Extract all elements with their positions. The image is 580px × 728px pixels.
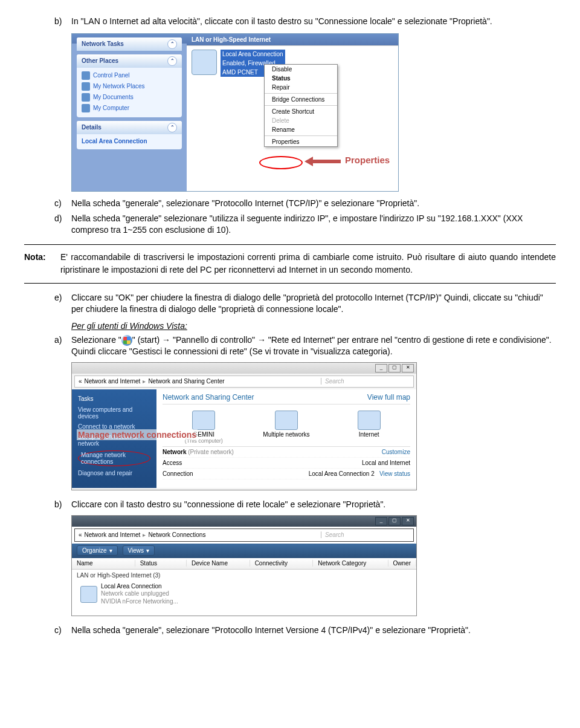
breadcrumb-item[interactable]: Network Connections — [148, 531, 205, 538]
views-button[interactable]: Views ▾ — [123, 545, 155, 556]
panel-title: Details — [82, 124, 102, 131]
context-menu: Disable Status Repair Bridge Connections… — [264, 64, 338, 147]
list-text: Selezionare "" (start) → "Pannello di co… — [71, 334, 556, 357]
close-button[interactable]: ✕ — [402, 517, 414, 525]
menu-disable[interactable]: Disable — [265, 65, 337, 74]
computer-icon — [192, 411, 215, 430]
globe-icon — [358, 411, 381, 430]
screenshot-vista-sharing: _ ▢ ✕ « Network and Internet ▸ Network a… — [71, 362, 417, 490]
row-value: Local Area Connection 2 — [309, 470, 375, 477]
menu-status[interactable]: Status — [265, 74, 337, 83]
menu-separator — [265, 105, 337, 106]
list-text: In "LAN o Internet ad alta velocità", cl… — [71, 16, 556, 27]
menu-properties[interactable]: Properties — [265, 137, 337, 146]
category-header: LAN or High-Speed Internet (3) — [72, 570, 416, 581]
close-button[interactable]: ✕ — [402, 364, 414, 372]
highlight-circle: Manage network connections — [78, 450, 150, 466]
item-title: Local Area Connection — [101, 583, 178, 591]
breadcrumb-item[interactable]: Network and Internet — [85, 378, 141, 385]
chevron-icon[interactable]: ⌃ — [167, 56, 177, 66]
menu-delete: Delete — [265, 116, 337, 125]
menu-rename[interactable]: Rename — [265, 125, 337, 134]
text-post: " (start) → "Pannello di controllo" → "R… — [71, 335, 552, 356]
list-item-d: d) Nella scheda "generale" selezionare "… — [54, 213, 556, 236]
computer-icon — [82, 104, 90, 112]
panel-title: Other Places — [82, 57, 118, 64]
task-manage-connections[interactable]: Manage network connections — [72, 449, 156, 468]
row-value: Local and Internet — [362, 460, 410, 466]
chevron-icon[interactable]: ⌃ — [167, 39, 177, 49]
menu-bridge[interactable]: Bridge Connections — [265, 95, 337, 104]
sidebar-item-control-panel[interactable]: Control Panel — [82, 70, 177, 81]
row-label: Connection — [163, 470, 193, 477]
col-device[interactable]: Device Name — [187, 560, 250, 567]
task-view-devices[interactable]: View computers and devices — [72, 405, 156, 421]
highlight-circle — [259, 156, 303, 169]
list-letter: e) — [54, 292, 71, 315]
panel-other-places: Other Places ⌃ Control Panel My Network … — [77, 54, 182, 117]
node-label: Internet — [345, 431, 393, 438]
minimize-button[interactable]: _ — [375, 517, 387, 525]
list-item-c2: c) Nella scheda "generale", selezionare … — [54, 625, 556, 636]
sidebar-item-my-documents[interactable]: My Documents — [82, 92, 177, 103]
col-owner[interactable]: Owner — [388, 560, 416, 567]
connection-icon — [80, 586, 97, 603]
chevron-right-icon: ▸ — [143, 378, 146, 385]
search-input[interactable]: Search — [321, 531, 413, 538]
connection-item[interactable]: Local Area Connection Network cable unpl… — [72, 581, 416, 608]
search-input[interactable]: Search — [321, 378, 413, 385]
list-item-vista-a: a) Selezionare "" (start) → "Pannello di… — [54, 334, 556, 357]
col-name[interactable]: Name — [72, 560, 135, 567]
task-diagnose[interactable]: Diagnose and repair — [72, 468, 156, 478]
maximize-button[interactable]: ▢ — [388, 364, 401, 372]
maximize-button[interactable]: ▢ — [388, 517, 401, 525]
list-letter: b) — [54, 499, 71, 510]
view-status-link[interactable]: View status — [379, 470, 410, 477]
breadcrumb-item[interactable]: Network and Sharing Center — [148, 378, 224, 385]
customize-link[interactable]: Customize — [382, 449, 410, 455]
minimize-button[interactable]: _ — [375, 364, 387, 372]
toolbar: Organize ▾ Views ▾ — [72, 544, 416, 558]
list-letter: c) — [54, 625, 71, 636]
chevron-icon[interactable]: ⌃ — [167, 123, 177, 132]
breadcrumb-item[interactable]: Network and Internet — [85, 531, 141, 538]
net-node-internet: Internet — [345, 411, 393, 444]
documents-icon — [82, 93, 90, 102]
list-text: Cliccare su "OK" per chiudere la finestr… — [71, 292, 556, 315]
sidebar-item-my-computer[interactable]: My Computer — [82, 103, 177, 114]
window-titlebar: _ ▢ ✕ — [72, 363, 416, 374]
view-full-map-link[interactable]: View full map — [367, 393, 410, 401]
row-label: Access — [163, 460, 182, 466]
text-pre: Selezionare " — [71, 335, 121, 345]
col-connectivity[interactable]: Connectivity — [250, 560, 314, 567]
list-letter: c) — [54, 198, 71, 209]
screenshot-xp-network: Network Tasks ⌃ Other Places ⌃ Control P… — [71, 33, 399, 192]
organize-button[interactable]: Organize ▾ — [77, 545, 118, 556]
menu-repair[interactable]: Repair — [265, 83, 337, 92]
chevron-right-icon: ▸ — [143, 531, 146, 538]
screenshot-vista-connections: _ ▢ ✕ « Network and Internet ▸ Network C… — [71, 515, 417, 616]
row-sublabel: (Private network) — [188, 449, 234, 455]
list-item-e: e) Cliccare su "OK" per chiudere la fine… — [54, 292, 556, 315]
row-label: Network — [163, 449, 186, 455]
list-text: Cliccare con il tasto destro su "conness… — [71, 499, 556, 510]
list-item-b: b) In "LAN o Internet ad alta velocità",… — [54, 16, 556, 27]
list-letter: a) — [54, 334, 71, 357]
menu-shortcut[interactable]: Create Shortcut — [265, 107, 337, 116]
nota-label: Nota: — [24, 251, 60, 277]
col-status[interactable]: Status — [135, 560, 187, 567]
details-text: Local Area Connection — [82, 137, 177, 146]
back-button[interactable]: « — [79, 531, 82, 538]
item-device: NVIDIA nForce Networking... — [101, 598, 178, 606]
windows-start-icon — [121, 335, 132, 346]
menu-separator — [265, 135, 337, 136]
col-category[interactable]: Network Category — [313, 560, 388, 567]
nota-block: Nota: E' raccomandabile di trascriversi … — [24, 244, 556, 284]
category-header: LAN or High-Speed Internet — [187, 34, 398, 46]
back-button[interactable]: « — [79, 378, 82, 385]
breadcrumb: « Network and Internet ▸ Network and Sha… — [74, 375, 414, 388]
connection-title: Local Area Connection — [221, 50, 285, 59]
sidebar-item-network-places[interactable]: My Network Places — [82, 81, 177, 92]
menu-separator — [265, 93, 337, 94]
list-item-b2: b) Cliccare con il tasto destro su "conn… — [54, 499, 556, 510]
